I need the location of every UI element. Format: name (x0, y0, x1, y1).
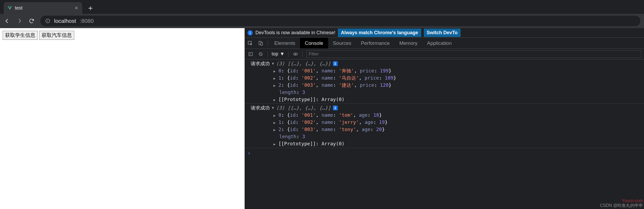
device-toggle-icon[interactable] (255, 41, 266, 46)
live-expression-icon[interactable] (292, 51, 299, 57)
forward-button[interactable] (16, 18, 23, 24)
tab-sources[interactable]: Sources (328, 38, 356, 49)
banner-text: DevTools is now available in Chinese! (255, 30, 335, 36)
browser-tab[interactable]: test (4, 2, 82, 14)
chevron-right-icon[interactable] (273, 142, 276, 146)
vue-icon (7, 6, 12, 10)
separator (302, 51, 303, 57)
tab-elements[interactable]: Elements (269, 38, 300, 49)
svg-rect-5 (261, 42, 263, 45)
console-body: 请求成功 (3) [{…}, {…}, {…}] i 0: {id: '001'… (245, 59, 644, 209)
console-sidebar-icon[interactable] (247, 51, 254, 57)
banner-match-button[interactable]: Always match Chrome's language (338, 29, 421, 37)
chevron-right-icon[interactable] (273, 121, 276, 125)
svg-point-9 (295, 53, 296, 54)
array-item[interactable]: 2: {id: '003', name: 'tony', age: 20} (245, 126, 644, 133)
expand-arrow-icon[interactable] (272, 61, 274, 66)
array-prototype[interactable]: [[Prototype]]: Array(0) (245, 140, 644, 147)
log-label: 请求成功 (251, 60, 270, 67)
address-bar[interactable]: localhost:8080 (40, 16, 640, 26)
array-item[interactable]: 2: {id: '003', name: '捷达', price: 120} (245, 81, 644, 89)
array-item[interactable]: 0: {id: '001', name: 'tom', age: 18} (245, 111, 644, 119)
info-icon[interactable]: i (333, 61, 338, 66)
clear-console-icon[interactable] (258, 51, 264, 57)
array-length: length: 3 (245, 133, 644, 140)
watermark-gray: CSDN @吃鱼丸的申申 (600, 203, 643, 208)
url-port: :8080 (80, 18, 94, 24)
context-selector[interactable]: top ▼ (272, 51, 285, 57)
console-filter-input[interactable] (306, 50, 641, 58)
tab-title: test (15, 5, 72, 11)
tab-application[interactable]: Application (422, 38, 456, 49)
info-icon[interactable]: i (333, 106, 338, 110)
chevron-down-icon: ▼ (280, 51, 285, 57)
content-split: 获取学生信息 获取汽车信息 i DevTools is now availabl… (0, 28, 644, 209)
context-label: top (272, 51, 278, 57)
tab-memory[interactable]: Memory (394, 38, 422, 49)
chevron-right-icon: › (247, 149, 251, 157)
tab-performance[interactable]: Performance (356, 38, 395, 49)
tab-console[interactable]: Console (300, 38, 328, 49)
close-icon[interactable] (74, 6, 79, 10)
get-students-button[interactable]: 获取学生信息 (3, 31, 38, 40)
get-cars-button[interactable]: 获取汽车信息 (39, 31, 74, 40)
back-button[interactable] (4, 18, 11, 24)
console-log-group: 请求成功 (3) [{…}, {…}, {…}] i 0: {id: '001'… (245, 59, 644, 104)
svg-rect-2 (47, 21, 48, 22)
url-host: localhost (54, 18, 76, 24)
array-item[interactable]: 1: {id: '002', name: '马自达', price: 109} (245, 74, 644, 81)
chevron-right-icon[interactable] (273, 69, 276, 73)
array-prototype[interactable]: [[Prototype]]: Array(0) (245, 96, 644, 103)
devtools-tabs: Elements Console Sources Performance Mem… (245, 38, 644, 49)
chevron-right-icon[interactable] (273, 114, 276, 117)
chevron-right-icon[interactable] (273, 98, 276, 102)
array-item[interactable]: 0: {id: '001', name: '奔驰', price: 199} (245, 67, 644, 74)
console-toolbar: top ▼ (245, 49, 644, 59)
array-summary: (3) [{…}, {…}, {…}] (276, 60, 331, 67)
expand-arrow-icon[interactable] (272, 105, 274, 111)
new-tab-button[interactable] (86, 4, 95, 13)
devtools-banner: i DevTools is now available in Chinese! … (245, 28, 644, 38)
browser-tabbar: test (0, 0, 644, 14)
console-log-group: 请求成功 (3) [{…}, {…}, {…}] i 0: {id: '001'… (245, 104, 644, 148)
svg-point-1 (47, 20, 48, 20)
chevron-right-icon[interactable] (273, 76, 276, 80)
separator (268, 51, 268, 57)
console-input-row[interactable]: › (245, 148, 644, 158)
chevron-right-icon[interactable] (273, 128, 276, 132)
watermark-red: Yuucn.com (622, 198, 643, 203)
separator (288, 51, 289, 57)
devtools-panel: i DevTools is now available in Chinese! … (245, 28, 644, 209)
browser-toolbar: localhost:8080 (0, 14, 644, 28)
chevron-right-icon[interactable] (273, 84, 276, 88)
array-item[interactable]: 1: {id: '002', name: 'jerry', age: 19} (245, 119, 644, 126)
array-length: length: 3 (245, 89, 644, 96)
array-summary: (3) [{…}, {…}, {…}] (276, 104, 331, 111)
separator (268, 40, 268, 46)
banner-switch-button[interactable]: Switch DevTo (424, 29, 461, 37)
reload-button[interactable] (28, 18, 35, 24)
page-viewport: 获取学生信息 获取汽车信息 (0, 28, 245, 209)
site-info-icon[interactable] (45, 18, 50, 24)
info-icon: i (247, 30, 253, 36)
log-label: 请求成功 (251, 104, 270, 111)
inspect-icon[interactable] (245, 41, 255, 46)
